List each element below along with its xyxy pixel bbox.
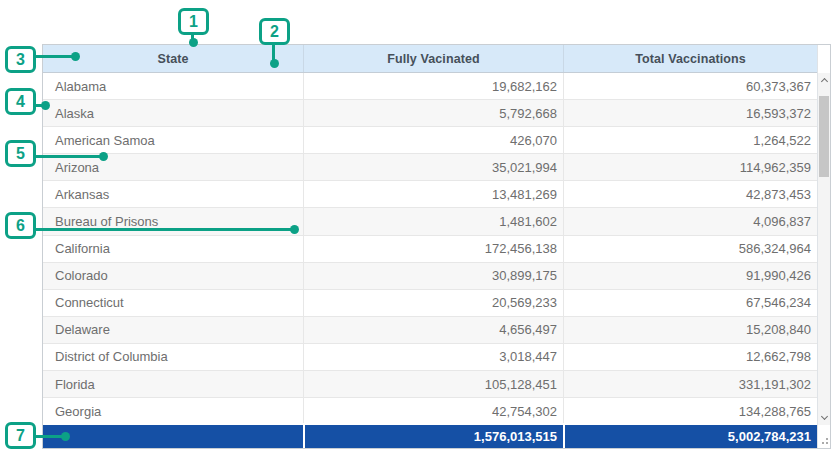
table-row[interactable]: Alaska5,792,66816,593,372 xyxy=(43,100,817,127)
callout-5-dot xyxy=(99,152,108,161)
cell-fully-vacinated: 42,754,302 xyxy=(303,398,563,423)
cell-state: Connecticut xyxy=(43,290,303,316)
cell-fully-vacinated: 4,656,497 xyxy=(303,317,563,343)
vertical-scrollbar[interactable] xyxy=(817,45,830,448)
cell-total-vaccinations: 60,373,367 xyxy=(563,73,817,99)
cell-fully-vacinated: 13,481,269 xyxy=(303,181,563,207)
cell-state: Colorado xyxy=(43,263,303,289)
table-row[interactable]: Colorado30,899,17591,990,426 xyxy=(43,263,817,290)
cell-fully-vacinated: 35,021,994 xyxy=(303,154,563,180)
column-header-total-vaccinations[interactable]: Total Vaccinations xyxy=(563,45,817,72)
callout-7-badge: 7 xyxy=(5,422,36,449)
callout-2-badge: 2 xyxy=(259,18,290,45)
cell-state: American Samoa xyxy=(43,127,303,153)
callout-7-line xyxy=(34,435,64,438)
column-header-state[interactable]: State xyxy=(43,45,303,72)
table-header-row: State Fully Vacinated Total Vaccinations xyxy=(43,45,817,73)
cell-fully-vacinated: 172,456,138 xyxy=(303,236,563,262)
chevron-down-icon xyxy=(820,413,827,420)
scroll-up-button[interactable] xyxy=(818,73,830,87)
summary-cell-state xyxy=(43,425,303,448)
summary-row: 1,576,013,515 5,002,784,231 xyxy=(43,425,817,448)
resize-grip-icon[interactable] xyxy=(820,435,829,444)
table-row[interactable]: Bureau of Prisons1,481,6024,096,837 xyxy=(43,208,817,235)
cell-total-vaccinations: 134,288,765 xyxy=(563,398,817,423)
callout-7-dot xyxy=(61,432,70,441)
cell-total-vaccinations: 12,662,798 xyxy=(563,344,817,370)
cell-fully-vacinated: 3,018,447 xyxy=(303,344,563,370)
cell-total-vaccinations: 114,962,359 xyxy=(563,154,817,180)
cell-state: California xyxy=(43,236,303,262)
chevron-up-icon xyxy=(820,78,827,85)
table-row[interactable]: Arkansas13,481,26942,873,453 xyxy=(43,181,817,208)
table-row[interactable]: California172,456,138586,324,964 xyxy=(43,236,817,263)
cell-total-vaccinations: 15,208,840 xyxy=(563,317,817,343)
table-row[interactable]: Florida105,128,451331,191,302 xyxy=(43,371,817,398)
table-row[interactable]: Arizona35,021,994114,962,359 xyxy=(43,154,817,181)
cell-total-vaccinations: 1,264,522 xyxy=(563,127,817,153)
cell-fully-vacinated: 19,682,162 xyxy=(303,73,563,99)
cell-total-vaccinations: 91,990,426 xyxy=(563,263,817,289)
cell-total-vaccinations: 331,191,302 xyxy=(563,371,817,397)
cell-state: Florida xyxy=(43,371,303,397)
cell-fully-vacinated: 20,569,233 xyxy=(303,290,563,316)
callout-3-line xyxy=(34,55,76,58)
cell-fully-vacinated: 5,792,668 xyxy=(303,100,563,126)
summary-cell-fully-vacinated: 1,576,013,515 xyxy=(303,425,563,448)
cell-state: Alabama xyxy=(43,73,303,99)
callout-4-dot xyxy=(41,101,50,110)
callout-2-dot xyxy=(270,59,279,68)
table-row[interactable]: Alabama19,682,16260,373,367 xyxy=(43,73,817,100)
table-row[interactable]: American Samoa426,0701,264,522 xyxy=(43,127,817,154)
cell-total-vaccinations: 4,096,837 xyxy=(563,208,817,234)
callout-5-line xyxy=(34,155,102,158)
scrollbar-top-spacer xyxy=(818,45,830,73)
table-row[interactable]: District of Columbia3,018,44712,662,798 xyxy=(43,344,817,371)
cell-fully-vacinated: 1,481,602 xyxy=(303,208,563,234)
cell-fully-vacinated: 426,070 xyxy=(303,127,563,153)
cell-fully-vacinated: 30,899,175 xyxy=(303,263,563,289)
callout-3-dot xyxy=(71,52,80,61)
table-body: Alabama19,682,16260,373,367Alaska5,792,6… xyxy=(43,73,817,423)
callout-6-line xyxy=(34,228,292,231)
cell-state: Arkansas xyxy=(43,181,303,207)
column-header-fully-vacinated[interactable]: Fully Vacinated xyxy=(303,45,563,72)
table-row[interactable]: Georgia42,754,302134,288,765 xyxy=(43,398,817,423)
callout-4-badge: 4 xyxy=(5,88,36,115)
callout-6-dot xyxy=(290,225,299,234)
callout-5-badge: 5 xyxy=(5,140,36,167)
table-row[interactable]: Connecticut20,569,23367,546,234 xyxy=(43,290,817,317)
scrollbar-track[interactable] xyxy=(818,73,830,425)
cell-state: Delaware xyxy=(43,317,303,343)
cell-total-vaccinations: 586,324,964 xyxy=(563,236,817,262)
scrollbar-thumb[interactable] xyxy=(819,96,829,177)
cell-total-vaccinations: 67,546,234 xyxy=(563,290,817,316)
cell-state: Alaska xyxy=(43,100,303,126)
cell-state: District of Columbia xyxy=(43,344,303,370)
cell-state: Arizona xyxy=(43,154,303,180)
scroll-down-button[interactable] xyxy=(818,411,830,425)
callout-3-badge: 3 xyxy=(5,46,36,73)
cell-state: Georgia xyxy=(43,398,303,423)
callout-1-dot xyxy=(189,38,198,47)
scrollbar-bottom-spacer xyxy=(818,425,830,448)
cell-fully-vacinated: 105,128,451 xyxy=(303,371,563,397)
vaccination-table-widget: State Fully Vacinated Total Vaccinations… xyxy=(42,44,831,449)
annotated-screenshot: State Fully Vacinated Total Vaccinations… xyxy=(0,0,833,453)
table-row[interactable]: Delaware4,656,49715,208,840 xyxy=(43,317,817,344)
summary-cell-total-vaccinations: 5,002,784,231 xyxy=(563,425,817,448)
cell-total-vaccinations: 16,593,372 xyxy=(563,100,817,126)
callout-6-badge: 6 xyxy=(5,212,36,239)
callout-1-badge: 1 xyxy=(178,8,209,35)
table-main: State Fully Vacinated Total Vaccinations… xyxy=(43,45,817,448)
cell-total-vaccinations: 42,873,453 xyxy=(563,181,817,207)
